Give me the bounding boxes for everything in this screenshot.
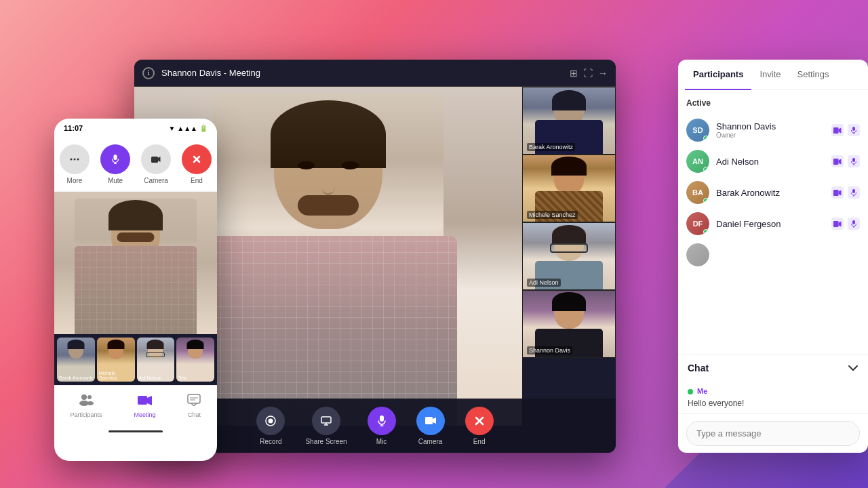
end-call-button[interactable]: End bbox=[465, 407, 494, 445]
camera-ph-icon bbox=[141, 144, 171, 174]
panel-tabs: Participants Invite Settings bbox=[678, 60, 868, 90]
participant-row: SD Shannon Davis Owner bbox=[686, 115, 860, 146]
phone-thumb-3: Adi Nelson bbox=[137, 338, 175, 382]
chat-text-1: Hello everyone! bbox=[688, 399, 859, 408]
svg-rect-24 bbox=[833, 221, 839, 227]
tab-invite[interactable]: Invite bbox=[751, 60, 789, 90]
participant-row: AN Adi Nelson bbox=[686, 146, 860, 177]
chat-sender-1: Me bbox=[697, 387, 707, 395]
mic-icon-daniel bbox=[848, 218, 860, 230]
camera-button[interactable]: Camera bbox=[416, 407, 445, 445]
panel-content: Active SD Shannon Davis Owner bbox=[678, 90, 868, 354]
meeting-header: ℹ Shannon Davis - Meeting ⊞ ⛶ → bbox=[134, 60, 616, 87]
tab-participants[interactable]: Participants bbox=[685, 60, 751, 90]
svg-point-38 bbox=[81, 394, 87, 400]
tab-settings[interactable]: Settings bbox=[789, 60, 837, 90]
participant-info-barak: Barak Aronowitz bbox=[716, 188, 825, 198]
video-icon-daniel bbox=[831, 218, 844, 230]
svg-rect-34 bbox=[151, 157, 158, 163]
participant-media-icons-daniel bbox=[831, 218, 860, 230]
mic-label: Mic bbox=[376, 438, 387, 445]
svg-rect-26 bbox=[852, 220, 855, 224]
phone-end-button[interactable]: End bbox=[182, 144, 212, 184]
fullscreen-icon[interactable]: ⛶ bbox=[583, 68, 593, 79]
phone-nav-meeting[interactable]: Meeting bbox=[134, 394, 155, 418]
thumb-label-2: Michele Sanchez bbox=[527, 211, 578, 219]
participant-name-adi: Adi Nelson bbox=[716, 157, 825, 167]
phone-more-button[interactable]: More bbox=[60, 144, 90, 184]
mic-icon-barak bbox=[848, 186, 860, 199]
video-icon-adi bbox=[831, 155, 844, 167]
video-thumb-3: Adi Nelson bbox=[522, 222, 616, 290]
svg-marker-25 bbox=[839, 221, 842, 226]
phone-thumb-2: Michele Sanchez bbox=[97, 338, 135, 382]
end-label: End bbox=[473, 438, 486, 445]
chat-input[interactable] bbox=[686, 421, 860, 446]
camera-label: Camera bbox=[418, 438, 443, 445]
online-indicator-adi bbox=[703, 167, 709, 172]
grid-view-icon[interactable]: ⊞ bbox=[570, 68, 578, 79]
participant-media-icons-adi bbox=[831, 155, 860, 167]
phone-main-video bbox=[54, 192, 217, 334]
phone-camera-button[interactable]: Camera bbox=[141, 144, 171, 184]
phone-status-bar: 11:07 ▼ ▲▲▲ 🔋 bbox=[54, 119, 217, 138]
svg-rect-8 bbox=[425, 417, 433, 424]
phone-nav-chat[interactable]: Chat bbox=[187, 394, 201, 418]
svg-marker-21 bbox=[839, 190, 842, 195]
video-grid-side: Barak Aronowitz Michele Sanchez Adi Nels… bbox=[522, 87, 616, 358]
svg-point-1 bbox=[269, 418, 273, 423]
participant-media-icons-barak bbox=[831, 186, 860, 199]
chat-section: Chat Me Hello everyone! bbox=[678, 354, 868, 413]
chat-toggle[interactable]: Chat bbox=[678, 354, 868, 382]
phone-ui: 11:07 ▼ ▲▲▲ 🔋 More Mute Camera bbox=[54, 119, 217, 461]
battery-icon: 🔋 bbox=[199, 125, 208, 132]
svg-rect-12 bbox=[833, 127, 839, 134]
svg-rect-16 bbox=[833, 159, 839, 165]
wifi-icon: ▼ bbox=[168, 125, 175, 132]
participant-row: BA Barak Aronowitz bbox=[686, 177, 860, 208]
chat-message-1: Me Hello everyone! bbox=[688, 387, 859, 408]
svg-marker-9 bbox=[433, 418, 436, 424]
participant-media-icons-shannon bbox=[831, 124, 860, 136]
end-icon bbox=[465, 407, 494, 435]
participant-name-daniel: Daniel Fergeson bbox=[716, 219, 825, 229]
avatar-partial bbox=[686, 243, 709, 266]
phone-mute-button[interactable]: Mute bbox=[100, 144, 130, 184]
phone-nav-participants[interactable]: Participants bbox=[70, 394, 102, 418]
end-ph-icon bbox=[182, 144, 212, 174]
video-thumb-1: Barak Aronowitz bbox=[522, 87, 616, 155]
svg-point-29 bbox=[74, 159, 76, 161]
end-ph-label: End bbox=[191, 177, 203, 184]
chat-nav-icon bbox=[187, 394, 201, 409]
avatar-barak: BA bbox=[686, 181, 709, 204]
svg-marker-43 bbox=[147, 396, 152, 405]
participant-row-partial bbox=[686, 239, 860, 270]
phone-nav-chat-label: Chat bbox=[188, 411, 201, 418]
svg-marker-17 bbox=[839, 159, 842, 164]
svg-rect-2 bbox=[321, 417, 331, 423]
phone-nav-meeting-label: Meeting bbox=[134, 411, 155, 418]
phone-controls: More Mute Camera End bbox=[54, 138, 217, 192]
svg-rect-18 bbox=[852, 158, 855, 162]
right-panel: Participants Invite Settings Active SD S… bbox=[678, 60, 868, 453]
more-options-icon[interactable]: → bbox=[598, 68, 608, 79]
mic-button[interactable]: Mic bbox=[368, 407, 396, 445]
info-icon: ℹ bbox=[142, 67, 155, 79]
participant-info-shannon: Shannon Davis Owner bbox=[716, 121, 825, 139]
record-button[interactable]: Record bbox=[256, 407, 285, 445]
more-label: More bbox=[67, 177, 83, 184]
phone-thumb-label-2: Michele Sanchez bbox=[99, 371, 135, 380]
svg-point-30 bbox=[77, 159, 79, 161]
share-screen-button[interactable]: Share Screen bbox=[305, 407, 347, 445]
svg-rect-22 bbox=[852, 189, 855, 193]
phone-thumb-label-4: Sha bbox=[178, 375, 186, 380]
chevron-down-icon bbox=[848, 365, 859, 371]
meeting-nav-icon bbox=[138, 394, 153, 409]
svg-rect-14 bbox=[852, 127, 855, 131]
svg-rect-42 bbox=[138, 396, 147, 405]
online-indicator-shannon bbox=[703, 136, 709, 141]
phone-main-person bbox=[54, 192, 217, 334]
share-screen-label: Share Screen bbox=[305, 438, 347, 445]
svg-point-41 bbox=[87, 401, 94, 405]
more-icon bbox=[60, 144, 90, 174]
